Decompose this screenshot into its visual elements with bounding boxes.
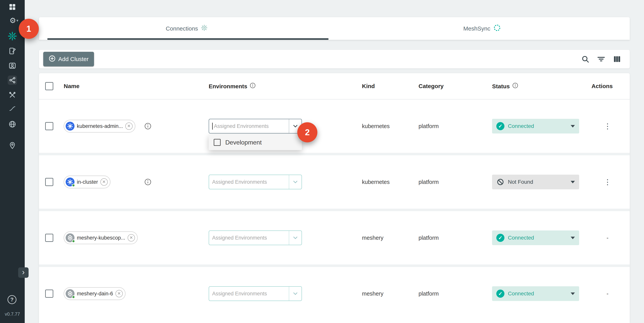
environments-select[interactable]: Assigned Environments — [209, 119, 302, 134]
environments-select[interactable]: Assigned Environments — [209, 175, 302, 189]
row-actions-menu[interactable]: ⋮ — [599, 122, 616, 130]
check-circle-icon: ✓ — [496, 234, 504, 242]
connection-name-chip[interactable]: meshery-dain-6 × — [64, 287, 126, 300]
tab-connections[interactable]: Connections — [39, 17, 334, 40]
crossed-tools-icon — [9, 91, 16, 99]
sidebar-item-environments[interactable] — [8, 141, 17, 150]
development-checkbox[interactable] — [214, 139, 221, 146]
kind-value: meshery — [362, 235, 384, 241]
sidebar-item-relationships[interactable] — [8, 76, 17, 85]
filter-icon[interactable] — [597, 55, 606, 63]
close-icon[interactable]: × — [100, 178, 108, 186]
tab-meshsync-label: MeshSync — [463, 25, 490, 32]
globe-icon — [8, 120, 16, 128]
gear-icon: ⚙ — [10, 17, 16, 24]
category-value: platform — [418, 290, 439, 297]
caret-down-icon — [571, 292, 575, 295]
close-icon[interactable]: × — [125, 123, 132, 130]
tabs-bar: Connections MeshSync — [39, 17, 630, 40]
select-all-checkbox[interactable] — [45, 82, 53, 90]
active-tab-indicator — [47, 38, 328, 40]
meshsync-spinner-icon — [494, 24, 501, 33]
info-icon[interactable] — [512, 83, 518, 90]
dropdown-option-label: Development — [225, 139, 262, 146]
kubernetes-icon — [66, 178, 74, 186]
chevron-down-icon[interactable] — [289, 231, 302, 245]
caret-down-icon: ▾ — [16, 18, 18, 23]
header-environments: Environments — [209, 83, 256, 90]
environments-placeholder: Assigned Environments — [212, 291, 267, 297]
search-icon[interactable] — [581, 55, 590, 63]
sidebar-item-configuration[interactable] — [8, 46, 17, 56]
sidebar-item-dashboard[interactable] — [8, 2, 17, 12]
header-actions: Actions — [592, 83, 613, 89]
meshery-icon — [66, 289, 74, 298]
row-checkbox[interactable] — [45, 178, 53, 186]
info-icon[interactable] — [144, 123, 152, 130]
header-category: Category — [418, 83, 444, 89]
connection-name-chip[interactable]: meshery-kubescop... × — [64, 231, 138, 244]
header-name: Name — [64, 83, 80, 89]
sidebar-item-web[interactable] — [8, 120, 17, 129]
category-value: platform — [418, 179, 439, 185]
users-icon — [8, 62, 16, 70]
sidebar-item-users[interactable] — [8, 61, 17, 70]
table-header: Name Environments Kind Category Status A… — [39, 73, 630, 100]
curve-icon — [8, 105, 16, 112]
connection-name: in-cluster — [77, 179, 98, 185]
configuration-icon — [8, 47, 16, 55]
tab-meshsync[interactable]: MeshSync — [334, 17, 630, 40]
connections-spinner-icon — [201, 25, 208, 33]
environments-select[interactable]: Assigned Environments — [209, 230, 302, 245]
connection-name: meshery-dain-6 — [77, 291, 113, 297]
header-kind: Kind — [362, 83, 375, 89]
add-cluster-button[interactable]: Add Cluster — [43, 52, 94, 67]
status-chip[interactable]: Not Found — [492, 175, 579, 189]
close-icon[interactable]: × — [128, 234, 135, 241]
row-actions-menu[interactable]: ⋮ — [599, 178, 616, 186]
text-cursor — [212, 123, 213, 130]
row-checkbox[interactable] — [45, 234, 53, 242]
tab-connections-label: Connections — [166, 25, 198, 32]
sidebar: ⚙ ▾ — [0, 0, 25, 323]
share-graph-icon — [9, 77, 16, 84]
status-chip[interactable]: ✓ Connected — [492, 230, 579, 245]
row-separator — [39, 264, 630, 267]
kind-value: kubernetes — [362, 123, 390, 129]
environments-select[interactable]: Assigned Environments — [209, 286, 302, 301]
connection-name: kubernetes-admin... — [77, 123, 123, 129]
online-dot — [72, 295, 75, 299]
sidebar-item-curve[interactable] — [8, 104, 17, 113]
row-actions-none: - — [599, 234, 616, 241]
connection-name-chip[interactable]: kubernetes-admin... × — [64, 120, 135, 133]
kind-value: meshery — [362, 290, 384, 297]
online-dot — [72, 239, 75, 243]
view-columns-icon[interactable] — [613, 55, 621, 63]
status-chip[interactable]: ✓ Connected — [492, 119, 579, 134]
table-row: meshery-kubescop... × Assigned Environme… — [39, 211, 630, 264]
sidebar-expand-button[interactable]: › — [18, 267, 28, 278]
info-icon[interactable] — [250, 83, 256, 90]
close-icon[interactable]: × — [116, 290, 123, 297]
environments-dropdown-menu: Development — [209, 135, 302, 150]
row-checkbox[interactable] — [45, 289, 53, 298]
lifecycle-starburst-icon — [8, 32, 16, 40]
connection-name-chip[interactable]: in-cluster × — [64, 176, 110, 188]
row-checkbox[interactable] — [45, 122, 53, 130]
status-chip[interactable]: ✓ Connected — [492, 286, 579, 301]
sidebar-item-lifecycle-active[interactable] — [8, 32, 17, 41]
chevron-down-icon[interactable] — [289, 175, 302, 189]
dropdown-option-development[interactable]: Development — [209, 135, 302, 150]
meshery-icon — [66, 233, 74, 242]
plus-circle-icon — [49, 55, 56, 63]
category-value: platform — [418, 123, 439, 129]
chevron-down-icon[interactable] — [289, 287, 302, 300]
info-icon[interactable] — [144, 178, 152, 186]
toolbar-icons — [581, 55, 621, 63]
check-circle-icon: ✓ — [496, 122, 504, 130]
sidebar-item-settings[interactable]: ⚙ ▾ — [8, 16, 20, 25]
online-dot — [72, 184, 75, 187]
sidebar-item-toolkit[interactable] — [8, 90, 17, 100]
help-icon[interactable]: ? — [8, 295, 16, 304]
caret-down-icon — [571, 181, 575, 183]
